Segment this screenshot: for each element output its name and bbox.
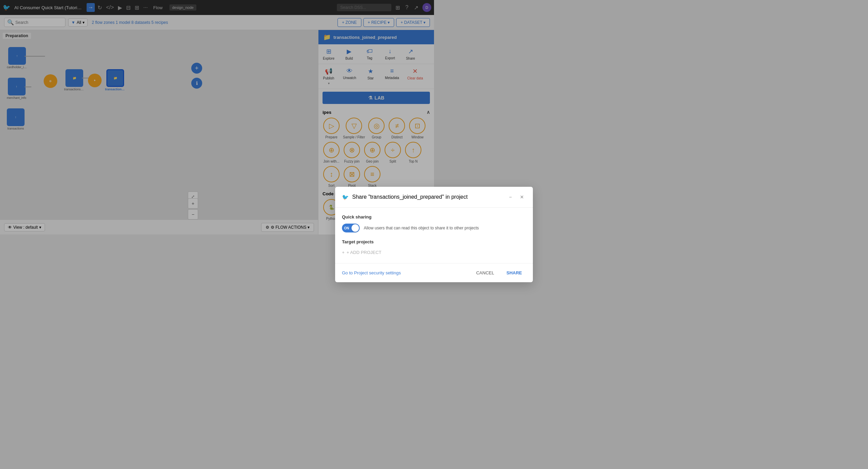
modal-header: 🐦 Share "transactions_joined_prepared" i… xyxy=(335,187,434,208)
modal-body: Quick sharing ON Allow users that can re… xyxy=(335,208,434,234)
modal-title: Share "transactions_joined_prepared" in … xyxy=(352,194,434,200)
quick-sharing-label: Quick sharing xyxy=(342,214,434,220)
modal-logo-icon: 🐦 xyxy=(342,194,349,200)
quick-sharing-toggle[interactable]: ON xyxy=(342,224,360,232)
toggle-on-label: ON xyxy=(344,226,349,230)
quick-sharing-description: Allow users that can read this object to… xyxy=(364,226,434,230)
toggle-knob xyxy=(351,224,359,232)
toggle-row: ON Allow users that can read this object… xyxy=(342,224,434,232)
modal-overlay[interactable]: 🐦 Share "transactions_joined_prepared" i… xyxy=(0,0,434,234)
share-modal: 🐦 Share "transactions_joined_prepared" i… xyxy=(335,187,434,234)
main-layout: Preparation → ↑ cardholder_info ↑ mercha… xyxy=(0,30,434,234)
